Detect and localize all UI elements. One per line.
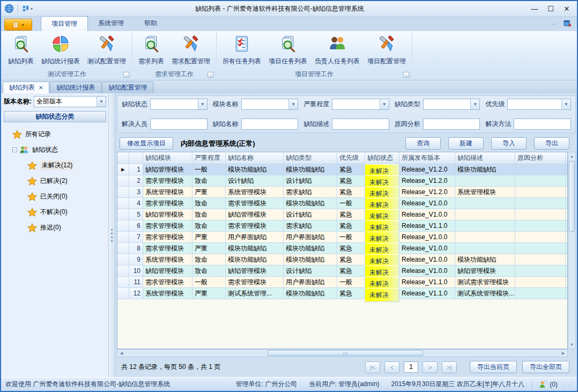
- version-combo[interactable]: 全部版本 ▼: [34, 96, 106, 107]
- filter-combo[interactable]: ▼: [507, 99, 571, 110]
- grid-row-3[interactable]: 3系统管理模块严重系统管理模块需求缺陷紧急未解决Release_V1.2.0系统…: [117, 187, 567, 198]
- filter-input[interactable]: [150, 119, 208, 130]
- grid-row-4[interactable]: 4需求管理模块致命需求管理模块模块功能缺陷一般未解决Release_V1.0.0: [117, 198, 567, 209]
- grid-header-cell[interactable]: 缺陷类型: [284, 152, 337, 164]
- filter-input[interactable]: [241, 119, 299, 130]
- pager-next-button[interactable]: >: [423, 361, 438, 373]
- ribbon-button[interactable]: 缺陷列表: [4, 33, 38, 67]
- ribbon-button[interactable]: 需求配置管理: [168, 33, 214, 67]
- filter-combo[interactable]: ▼: [150, 99, 208, 110]
- scroll-left-icon[interactable]: ◀: [117, 350, 125, 357]
- grid-cell-cause: [515, 198, 566, 209]
- page-number-input[interactable]: 1: [404, 361, 418, 373]
- filter-input[interactable]: [514, 119, 571, 130]
- grid-row-1[interactable]: ▶1缺陷管理模块一般模块功能缺陷模块功能缺陷紧急未解决Release_V1.2.…: [117, 164, 567, 175]
- grid-header-cell[interactable]: 缺陷状态: [365, 152, 399, 164]
- grid-row-12[interactable]: 12系统管理模块严重测试系统管理...模块功能缺陷紧急未解决Release_V1…: [117, 288, 567, 299]
- tree-item[interactable]: 已解决(2): [4, 173, 106, 189]
- dialog-launcher-icon[interactable]: ⌟: [123, 72, 129, 78]
- scroll-down-icon[interactable]: ▼: [568, 341, 575, 349]
- scroll-right-icon[interactable]: ▶: [559, 350, 567, 357]
- grid-row-11[interactable]: 11需求管理模块一般需求管理模块用户界面缺陷一般未解决Release_V1.1.…: [117, 277, 567, 288]
- grid-header-cell[interactable]: 原因分析: [515, 152, 566, 164]
- grid-row-6[interactable]: 6需求管理模块致命需求管理模块需求缺陷紧急未解决Release_V1.1.0: [117, 220, 567, 232]
- expander-icon[interactable]: −: [12, 147, 17, 152]
- application-menu-button[interactable]: ▾: [4, 19, 32, 31]
- resize-grip-icon[interactable]: ⋰⋰: [563, 382, 574, 387]
- filter-combo[interactable]: ▼: [241, 99, 299, 110]
- ribbon-button[interactable]: 项目配置管理: [364, 33, 410, 67]
- document-tab-2[interactable]: 缺陷配置管理: [102, 82, 153, 93]
- maximize-button[interactable]: ☐: [543, 3, 559, 14]
- tree-item[interactable]: 推迟(0): [4, 220, 106, 235]
- filter-combo[interactable]: ▼: [423, 99, 480, 110]
- vertical-scroll-thumb[interactable]: [569, 161, 575, 232]
- ribbon-button[interactable]: 所有任务列表: [219, 33, 265, 67]
- grid-header-cell[interactable]: 优先级: [337, 152, 365, 164]
- dialog-launcher-icon[interactable]: ⌟: [208, 72, 213, 78]
- grid-cell-type: 模块功能缺陷: [284, 288, 337, 299]
- tree-item[interactable]: 所有记录: [4, 127, 106, 142]
- row-number-cell: 1: [129, 164, 143, 175]
- ribbon-button[interactable]: 测试配置管理: [84, 33, 130, 67]
- qat-layout-button[interactable]: ▾: [22, 5, 33, 12]
- filter-input[interactable]: [332, 119, 389, 130]
- status-separator: [532, 381, 532, 388]
- query-button[interactable]: 查询: [405, 137, 441, 150]
- grid-row-8[interactable]: 8需求管理模块严重模块功能缺陷模块功能缺陷紧急未解决Release_V1.0.0: [117, 243, 567, 254]
- pager-prev-button[interactable]: <: [384, 361, 399, 373]
- grid-row-10[interactable]: 10缺陷管理模块致命缺陷管理模块设计缺陷紧急未解决Release_V1.0.0缺…: [117, 265, 567, 277]
- grid-header-cell[interactable]: 缺陷模块: [143, 152, 192, 164]
- export-button[interactable]: 导出: [534, 137, 569, 150]
- pager-first-button[interactable]: |<: [365, 361, 380, 373]
- combo-arrow-icon[interactable]: ▼: [470, 99, 479, 109]
- ribbon-tab-2[interactable]: 帮助: [134, 16, 167, 31]
- grid-row-2[interactable]: 2需求管理模块致命设计缺陷设计缺陷紧急未解决Release_V1.2.0: [117, 175, 567, 187]
- grid-header-cell[interactable]: 缺陷名称: [226, 152, 284, 164]
- ribbon-button[interactable]: 负责人任务列表: [311, 33, 364, 67]
- filter-input[interactable]: [423, 119, 480, 130]
- combo-arrow-icon[interactable]: ▼: [198, 99, 207, 109]
- tree-item[interactable]: −缺陷状态: [4, 142, 106, 158]
- combo-arrow-icon[interactable]: ▼: [561, 99, 570, 109]
- horizontal-scrollbar[interactable]: ◀ ||| ▶: [117, 349, 568, 357]
- ribbon-window-icon[interactable]: [564, 19, 572, 27]
- grid-header-cell[interactable]: 缺陷描述: [455, 152, 515, 164]
- modify-display-button[interactable]: 修改显示项目: [120, 137, 173, 150]
- ribbon-tab-1[interactable]: 系统管理: [88, 16, 134, 31]
- ribbon-button[interactable]: 缺陷统计报表: [38, 33, 84, 67]
- scroll-up-icon[interactable]: ▲: [568, 152, 575, 160]
- pager-last-button[interactable]: >|: [442, 361, 457, 373]
- vertical-scrollbar[interactable]: ▲ ▼: [568, 152, 576, 349]
- grid-header-cell[interactable]: 严重程度: [192, 152, 226, 164]
- sidebar-splitter[interactable]: [108, 93, 115, 377]
- document-tab-0[interactable]: 缺陷列表✕: [3, 82, 49, 93]
- combo-arrow-icon[interactable]: ▼: [97, 97, 106, 107]
- tab-close-icon[interactable]: ✕: [39, 85, 43, 91]
- new-button[interactable]: 新建: [448, 137, 484, 150]
- dialog-launcher-icon[interactable]: ⌟: [403, 72, 409, 78]
- tree-item[interactable]: 已关闭(0): [4, 189, 106, 204]
- grid-row-9[interactable]: 9系统管理模块致命模块功能缺陷模块功能缺陷紧急未解决Release_V1.0.0…: [117, 254, 567, 265]
- filter-combo[interactable]: ▼: [332, 99, 389, 110]
- import-button[interactable]: 导入: [491, 137, 527, 150]
- document-tab-1[interactable]: 缺陷统计报表: [50, 82, 101, 93]
- tree-item[interactable]: 不解决(0): [4, 204, 106, 220]
- export-current-page-button[interactable]: 导出当前页: [470, 361, 517, 373]
- tree-header: 缺陷状态分类: [4, 111, 106, 122]
- ribbon-button[interactable]: 项目任务列表: [265, 33, 311, 67]
- close-button[interactable]: ✕: [559, 3, 575, 14]
- ribbon-button[interactable]: 需求列表: [135, 33, 168, 67]
- horizontal-scroll-thumb[interactable]: |||: [268, 350, 423, 356]
- combo-arrow-icon[interactable]: ▼: [380, 99, 389, 109]
- grid-row-5[interactable]: 5缺陷管理模块致命缺陷管理模块设计缺陷紧急未解决Release_V1.0.0: [117, 209, 567, 220]
- grid-row-7[interactable]: 7需求管理模块严重用户界面缺陷用户界面缺陷一般未解决Release_V1.0.0: [117, 232, 567, 243]
- grid-cell-module: 缺陷管理模块: [143, 164, 192, 175]
- combo-arrow-icon[interactable]: ▼: [288, 99, 298, 109]
- ribbon-tab-0[interactable]: 项目管理: [41, 16, 88, 31]
- tree-item[interactable]: 未解决(12): [4, 158, 106, 173]
- ribbon-collapse-icon[interactable]: ︿: [552, 20, 557, 27]
- minimize-button[interactable]: —: [527, 3, 543, 14]
- export-all-pages-button[interactable]: 导出全部页: [522, 361, 569, 373]
- grid-header-cell[interactable]: 所属发布版本: [399, 152, 455, 164]
